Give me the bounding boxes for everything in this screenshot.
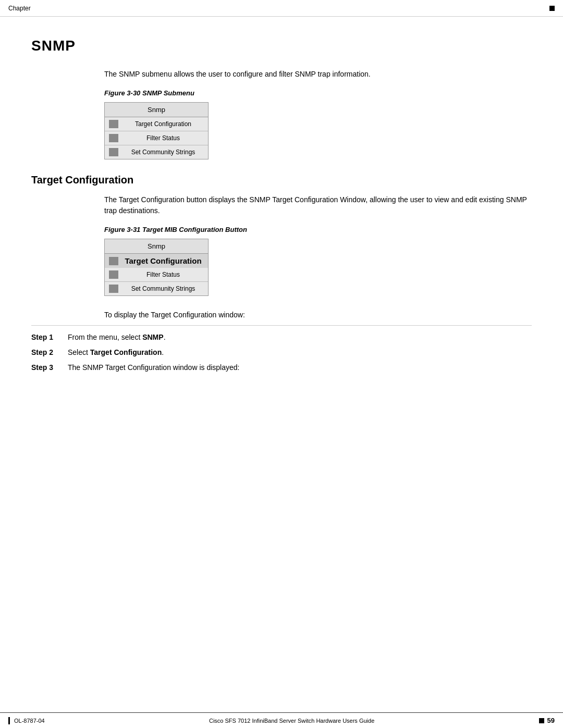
snmp-menu-title-fig31: Snmp	[105, 239, 208, 254]
menu-item-filter-status-fig31: Filter Status	[105, 268, 208, 282]
menu-item-target-config-fig31-highlighted: Target Configuration	[105, 254, 208, 268]
main-content: SNMP The SNMP submenu allows the user to…	[0, 17, 563, 409]
chapter-title: SNMP	[31, 38, 532, 54]
menu-item-label-fig30-3: Set Community Strings	[123, 149, 204, 156]
target-config-heading: Target Configuration	[31, 174, 532, 186]
step2-content: Select Target Configuration.	[68, 347, 532, 358]
footer: OL-8787-04 Cisco SFS 7012 InfiniBand Ser…	[0, 712, 563, 728]
top-bar: Chapter	[0, 0, 563, 17]
menu-item-label-fig31-3: Set Community Strings	[123, 285, 204, 292]
step1-label: Step 1	[31, 332, 68, 343]
to-display-text: To display the Target Configuration wind…	[104, 311, 532, 319]
step1-content: From the menu, select SNMP.	[68, 332, 532, 343]
figure31-container: Snmp Target Configuration Filter Status …	[104, 239, 532, 296]
footer-doc-id: OL-8787-04	[14, 718, 45, 724]
step3-content: The SNMP Target Configuration window is …	[68, 362, 532, 373]
step-list: Step 1 From the menu, select SNMP. Step …	[31, 332, 532, 373]
menu-item-label-fig30-2: Filter Status	[123, 134, 204, 142]
menu-icon-fig31-1	[109, 257, 118, 265]
menu-item-community-strings-fig30: Set Community Strings	[105, 145, 208, 159]
page-number: 59	[547, 717, 555, 724]
menu-icon-fig30-3	[109, 148, 118, 156]
menu-item-target-config-fig30: Target Configuration	[105, 117, 208, 131]
footer-guide-title: Cisco SFS 7012 InfiniBand Server Switch …	[209, 718, 374, 724]
menu-item-label-fig30-1: Target Configuration	[123, 120, 204, 128]
step-divider	[31, 325, 532, 326]
menu-icon-fig31-2	[109, 270, 118, 279]
step-3: Step 3 The SNMP Target Configuration win…	[31, 362, 532, 373]
footer-center: Cisco SFS 7012 InfiniBand Server Switch …	[45, 718, 539, 724]
menu-item-label-fig31-2: Filter Status	[123, 271, 204, 278]
figure30-caption: Figure 3-30 SNMP Submenu	[104, 89, 532, 97]
chapter-label: Chapter	[8, 5, 31, 12]
step2-label: Step 2	[31, 347, 68, 358]
menu-icon-fig31-3	[109, 285, 118, 293]
menu-icon-fig30-2	[109, 134, 118, 142]
footer-left: OL-8787-04	[8, 717, 45, 724]
intro-paragraph: The SNMP submenu allows the user to conf…	[104, 69, 532, 80]
footer-left-bar	[8, 717, 10, 724]
menu-item-label-fig31-1: Target Configuration	[123, 256, 204, 265]
snmp-menu-figure31: Snmp Target Configuration Filter Status …	[104, 239, 209, 296]
step3-label: Step 3	[31, 362, 68, 373]
snmp-menu-figure30: Snmp Target Configuration Filter Status …	[104, 102, 209, 159]
figure31-caption: Figure 3-31 Target MIB Configuration But…	[104, 226, 532, 233]
footer-right-square	[539, 718, 544, 723]
menu-item-filter-status-fig30: Filter Status	[105, 131, 208, 145]
footer-right: 59	[539, 717, 555, 724]
target-config-description: The Target Configuration button displays…	[104, 194, 532, 216]
step-2: Step 2 Select Target Configuration.	[31, 347, 532, 358]
top-bar-square	[549, 6, 555, 11]
menu-item-community-strings-fig31: Set Community Strings	[105, 282, 208, 295]
step-1: Step 1 From the menu, select SNMP.	[31, 332, 532, 343]
snmp-menu-title-fig30: Snmp	[105, 103, 208, 117]
figure30-container: Snmp Target Configuration Filter Status …	[104, 102, 532, 159]
menu-icon-fig30-1	[109, 120, 118, 128]
